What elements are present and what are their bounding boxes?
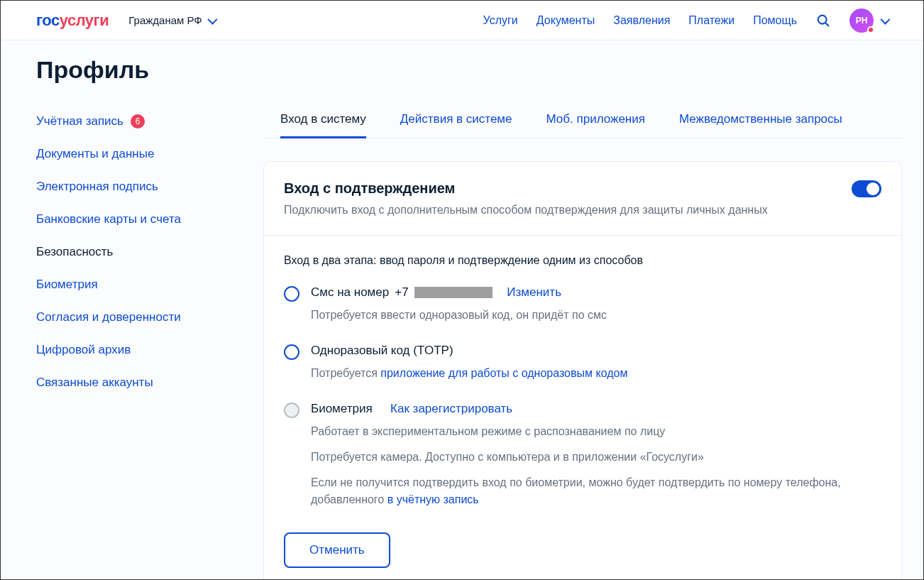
toggle-knob-icon: [867, 182, 879, 195]
top-nav: Услуги Документы Заявления Платежи Помощ…: [483, 9, 888, 33]
confirmation-card: Вход с подтверждением Подключить вход с …: [263, 161, 902, 580]
option-biometry: Биометрия Как зарегистрировать Работает …: [284, 402, 881, 508]
sidebar-item-archive[interactable]: Цифровой архив: [36, 334, 235, 366]
sidebar-item-documents[interactable]: Документы и данные: [36, 138, 235, 170]
chevron-down-icon: [880, 14, 890, 24]
notification-dot-icon: [867, 26, 874, 33]
divider: [264, 235, 901, 236]
user-menu[interactable]: РН: [849, 9, 888, 33]
nav-link[interactable]: Заявления: [613, 14, 670, 27]
sidebar-item-label: Согласия и доверенности: [36, 310, 181, 324]
sidebar-item-label: Безопасность: [36, 245, 113, 259]
radio-biometry: [284, 403, 299, 418]
tab-apps[interactable]: Моб. приложения: [546, 105, 645, 138]
tab-login[interactable]: Вход в систему: [280, 105, 366, 138]
sidebar: Учётная запись 6 Документы и данные Элек…: [36, 105, 235, 580]
search-icon[interactable]: [815, 13, 831, 28]
option-desc: Потребуется ввести одноразовый код, он п…: [311, 307, 881, 324]
sidebar-item-label: Биометрия: [36, 278, 98, 292]
nav-link[interactable]: Платежи: [688, 14, 735, 27]
page-title: Профиль: [1, 40, 923, 91]
tab-actions[interactable]: Действия в системе: [400, 105, 512, 138]
audience-selector[interactable]: Гражданам РФ: [128, 14, 214, 26]
sidebar-item-biometrics[interactable]: Биометрия: [36, 268, 235, 301]
totp-app-link[interactable]: приложение для работы с одноразовым кодо…: [380, 367, 627, 379]
logo[interactable]: госуслуги: [36, 11, 109, 30]
phone-prefix: +7: [395, 285, 408, 300]
desc-text: Потребуется: [311, 367, 380, 379]
sidebar-item-label: Банковские карты и счета: [36, 212, 181, 226]
avatar: РН: [849, 9, 874, 33]
nav-link[interactable]: Услуги: [483, 14, 518, 27]
radio-totp[interactable]: [284, 344, 299, 360]
badge: 6: [131, 114, 145, 128]
sidebar-item-consents[interactable]: Согласия и доверенности: [36, 301, 235, 334]
logo-part1: гос: [36, 11, 60, 29]
phone-mask: [414, 287, 493, 298]
cancel-button[interactable]: Отменить: [284, 532, 390, 568]
sidebar-item-esign[interactable]: Электронная подпись: [36, 170, 235, 203]
card-title: Вход с подтверждением: [284, 180, 768, 197]
option-label: Биометрия: [311, 402, 373, 416]
option-label: Смс на номер: [311, 285, 389, 300]
option-totp: Одноразовый код (TOTP) Потребуется прило…: [284, 344, 881, 382]
card-desc: Подключить вход с дополнительным способо…: [284, 204, 768, 217]
change-phone-link[interactable]: Изменить: [507, 285, 561, 300]
header: госуслуги Гражданам РФ Услуги Документы …: [1, 1, 923, 40]
sidebar-item-label: Связанные аккаунты: [36, 376, 153, 390]
sidebar-item-label: Документы и данные: [36, 147, 154, 161]
sidebar-item-label: Электронная подпись: [36, 180, 158, 194]
chevron-down-icon: [207, 14, 217, 24]
audience-label: Гражданам РФ: [128, 14, 202, 26]
option-desc: Потребуется камера. Доступно с компьютер…: [311, 449, 881, 466]
sidebar-item-cards[interactable]: Банковские карты и счета: [36, 203, 235, 236]
confirmation-toggle[interactable]: [852, 180, 881, 197]
radio-sms[interactable]: [284, 286, 299, 302]
svg-line-1: [825, 23, 828, 26]
biometry-howto-link[interactable]: Как зарегистрировать: [390, 402, 512, 416]
option-desc: Если не получится подтвердить вход по би…: [311, 474, 881, 508]
avatar-initials: РН: [856, 16, 868, 26]
tab-requests[interactable]: Межведомственные запросы: [679, 105, 842, 138]
option-desc: Потребуется приложение для работы с одно…: [311, 365, 881, 382]
option-desc: Работает в экспериментальном режиме с ра…: [311, 423, 881, 440]
nav-link[interactable]: Документы: [537, 14, 595, 27]
sidebar-item-account[interactable]: Учётная запись 6: [36, 105, 235, 138]
main-content: Вход в систему Действия в системе Моб. п…: [263, 105, 902, 580]
option-label: Одноразовый код (TOTP): [311, 344, 453, 358]
sidebar-item-security: Безопасность: [36, 236, 235, 268]
account-link[interactable]: в учётную запись: [387, 493, 479, 505]
sidebar-item-label: Учётная запись: [36, 114, 123, 128]
sidebar-item-label: Цифровой архив: [36, 343, 131, 357]
sidebar-item-linked[interactable]: Связанные аккаунты: [36, 366, 235, 399]
method-intro: Вход в два этапа: ввод пароля и подтверж…: [284, 254, 881, 267]
tabs: Вход в систему Действия в системе Моб. п…: [263, 105, 902, 138]
option-sms: Смс на номер +7 Изменить Потребуется вве…: [284, 285, 881, 324]
nav-link[interactable]: Помощь: [753, 14, 797, 27]
logo-part2: услуги: [60, 11, 109, 29]
